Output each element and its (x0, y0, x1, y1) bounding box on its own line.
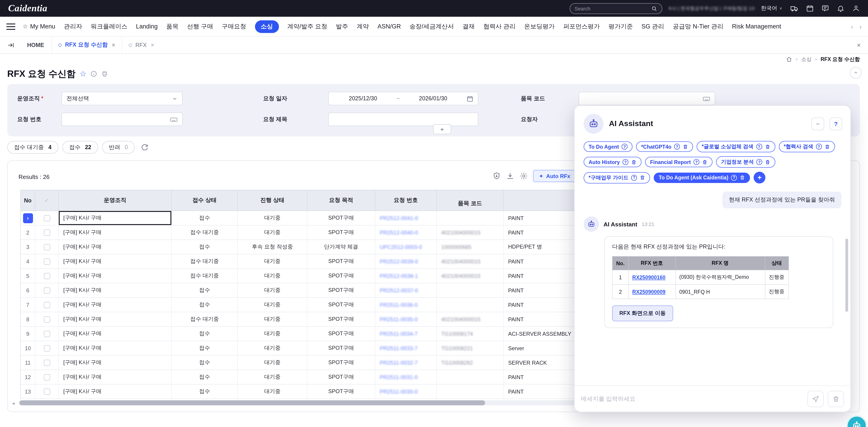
chip-help-icon[interactable]: ? (693, 159, 700, 165)
request-no-link[interactable]: PR2512-0041-0 (380, 215, 418, 221)
menu-item[interactable]: 송장/세금계산서 (410, 22, 454, 31)
request-no-link[interactable]: PR2512-0038-1 (380, 273, 418, 279)
chip-help-icon[interactable]: ? (622, 159, 628, 165)
request-no-link[interactable]: PR2512-0039-0 (380, 258, 418, 265)
calendar-icon[interactable] (806, 4, 814, 12)
keyboard-icon[interactable] (170, 116, 178, 123)
close-all-tabs-icon[interactable]: × (857, 41, 861, 49)
chip-delete-icon[interactable] (825, 144, 830, 149)
chip-delete-icon[interactable] (640, 175, 645, 180)
request-no-link[interactable]: PR2511-0033-7 (380, 345, 418, 351)
assistant-chip[interactable]: 기업정보 분석? (716, 156, 775, 168)
assistant-chip[interactable]: *구매업무 가이드? (584, 172, 650, 183)
row-checkbox[interactable] (43, 331, 50, 337)
tab-home[interactable]: HOME (20, 42, 51, 48)
item-code-input[interactable] (579, 92, 715, 105)
keyboard-icon[interactable] (703, 95, 710, 102)
global-search-input[interactable]: Search (569, 3, 662, 14)
menu-item[interactable]: 소싱 (255, 20, 279, 33)
expand-sidebar-icon[interactable] (7, 41, 14, 48)
save-layout-icon[interactable] (492, 172, 501, 180)
date-to-value[interactable]: 2026/01/30 (403, 95, 463, 102)
menu-item[interactable]: 관리자 (64, 22, 82, 31)
user-profile-icon[interactable] (852, 4, 860, 12)
rfx-link[interactable]: RX250900160 (632, 274, 665, 280)
minimize-button[interactable]: − (811, 118, 824, 130)
menu-scroll-left-icon[interactable]: ‹ (851, 23, 853, 30)
row-checkbox[interactable] (43, 258, 50, 265)
menu-item[interactable]: 구매요청 (222, 22, 246, 31)
chip-help-icon[interactable]: ? (756, 144, 762, 150)
request-no-link[interactable]: PR2511-0035-0 (380, 316, 418, 322)
assistant-message-input[interactable]: 메세지를 입력하세요 (581, 395, 803, 403)
req-title-input[interactable] (328, 112, 478, 126)
row-checkbox[interactable] (43, 229, 50, 236)
select-all-check-icon[interactable]: ✓ (44, 197, 49, 204)
expand-filters-button[interactable]: + (433, 124, 451, 134)
status-filter-pill[interactable]: 반려0 (102, 141, 135, 154)
org-select[interactable]: 전체선택 (61, 92, 183, 105)
menu-item[interactable]: 워크플레이스 (91, 22, 127, 31)
delivery-truck-icon[interactable] (790, 4, 798, 12)
assistant-launcher-button[interactable] (846, 415, 867, 427)
chip-help-icon[interactable]: ? (631, 175, 637, 180)
assistant-chip[interactable]: To Do Agent? (584, 141, 632, 152)
row-checkbox[interactable] (43, 287, 50, 293)
auto-rfx-button[interactable]: ✦ Auto RFx (533, 170, 576, 182)
menu-item[interactable]: 선행 구매 (187, 22, 213, 31)
favorite-star-icon[interactable]: ☆ (80, 69, 87, 78)
home-icon[interactable] (786, 57, 792, 62)
row-checkbox[interactable] (43, 359, 50, 366)
menu-item[interactable]: 결재 (463, 22, 475, 31)
row-checkbox[interactable] (43, 374, 50, 380)
chat-icon[interactable] (822, 4, 829, 12)
request-no-link[interactable]: PR2511-0032-7 (380, 359, 418, 366)
menu-item[interactable]: 계약/발주 요청 (287, 22, 327, 31)
date-range-input[interactable]: 2025/12/30 ~ 2026/01/30 (328, 92, 478, 105)
row-checkbox[interactable] (43, 345, 50, 351)
rfx-link[interactable]: RX250900009 (632, 289, 665, 294)
calendar-icon[interactable] (467, 95, 473, 102)
chip-help-icon[interactable]: ? (622, 144, 627, 150)
request-no-link[interactable]: PR2512-0037-0 (380, 287, 418, 293)
row-checkbox[interactable] (43, 273, 50, 279)
send-message-button[interactable] (807, 391, 824, 407)
tab[interactable]: ◇RFX 요청 수신함× (51, 37, 122, 53)
language-selector[interactable]: 한국어 ∨ (761, 4, 782, 12)
menu-item[interactable]: SG 관리 (642, 22, 664, 31)
menu-item[interactable]: 협력사 관리 (483, 22, 516, 31)
breadcrumb-item[interactable]: RFX 요청 수신함 (820, 56, 860, 63)
tab-close-icon[interactable]: × (151, 41, 154, 48)
assistant-chip[interactable]: Financial Report? (645, 157, 712, 167)
menu-item[interactable]: 퍼포먼스평가 (563, 22, 600, 31)
row-checkbox[interactable] (43, 316, 50, 322)
menu-item[interactable]: 품목 (166, 22, 179, 31)
collapse-panel-button[interactable] (850, 67, 862, 78)
assistant-chip[interactable]: To Do Agent (Ask Caidentia)? (654, 172, 750, 183)
chip-delete-icon[interactable] (702, 159, 708, 165)
menu-item[interactable]: 공급망 N-Tier 관리 (673, 22, 723, 31)
assistant-chip[interactable]: *협력사 검색? (779, 141, 835, 152)
hscroll-left-arrow-icon[interactable]: ◂ (12, 401, 14, 406)
go-to-rfx-button[interactable]: RFX 화면으로 이동 (612, 305, 673, 321)
info-icon[interactable] (91, 70, 97, 77)
chip-delete-icon[interactable] (683, 144, 688, 149)
request-no-link[interactable]: PR2511-0034-7 (380, 331, 418, 337)
chip-delete-icon[interactable] (631, 159, 637, 165)
request-no-link[interactable]: PR2511-0036-0 (380, 302, 418, 308)
chip-delete-icon[interactable] (740, 175, 745, 180)
menu-item[interactable]: ASN/GR (377, 23, 401, 30)
menu-item[interactable]: 계약 (357, 22, 369, 31)
row-checkbox[interactable] (43, 388, 50, 395)
request-no-link[interactable]: PR2512-0040-0 (380, 229, 418, 236)
req-no-input[interactable] (61, 112, 183, 126)
request-no-link[interactable]: UPC2512-0003-0 (380, 244, 422, 250)
request-no-link[interactable]: PR2511-0030-0 (380, 388, 418, 395)
menu-item[interactable]: 발주 (336, 22, 348, 31)
assistant-chip[interactable]: Auto History? (584, 157, 642, 167)
help-button[interactable]: ? (830, 118, 842, 130)
chip-help-icon[interactable]: ? (731, 175, 737, 180)
menu-item[interactable]: Risk Management (732, 23, 781, 30)
add-chip-button[interactable]: + (754, 172, 765, 184)
tab-close-icon[interactable]: × (112, 41, 115, 48)
